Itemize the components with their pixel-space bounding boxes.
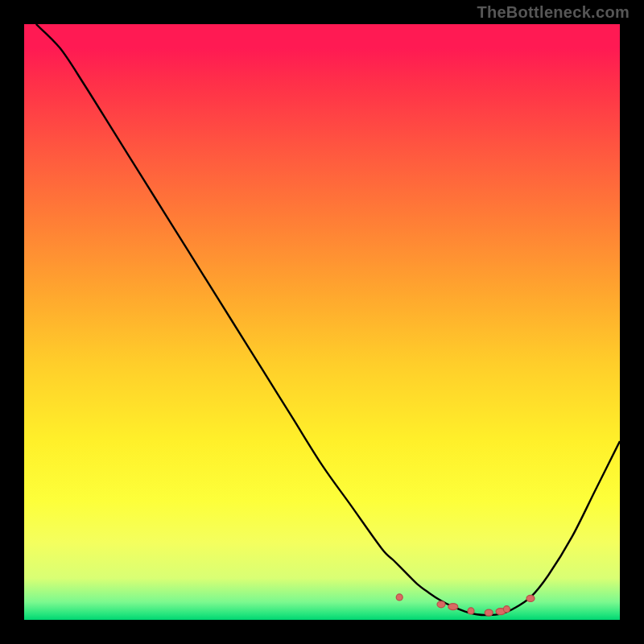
attribution-text: TheBottleneck.com xyxy=(477,3,630,22)
bottleneck-curve xyxy=(36,24,620,615)
chart-svg xyxy=(24,24,620,620)
sweet-spot-marker xyxy=(526,595,535,601)
chart-container: TheBottleneck.com xyxy=(0,0,644,644)
sweet-spot-marker xyxy=(485,609,493,616)
sweet-spot-marker xyxy=(448,604,458,610)
sweet-spot-marker xyxy=(396,594,402,601)
sweet-spot-marker xyxy=(468,608,474,614)
plot-area xyxy=(24,24,620,620)
sweet-spot-marker xyxy=(437,601,445,608)
sweet-spot-marker xyxy=(503,606,510,613)
